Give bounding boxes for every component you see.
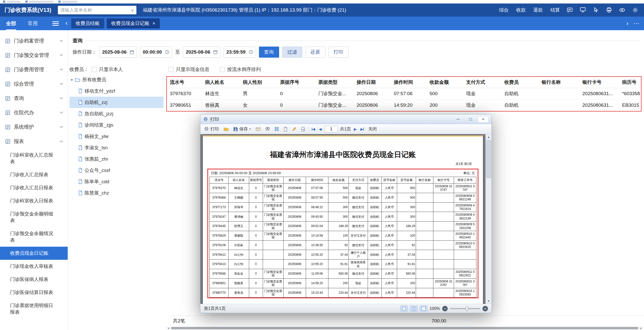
page-width-view-icon[interactable] — [420, 306, 427, 312]
reset-button[interactable]: 还原 — [305, 47, 325, 58]
open-button[interactable] — [222, 126, 230, 132]
sidebar-group[interactable]: 门诊档案管理 — [0, 34, 68, 48]
quick-menu-item[interactable]: 退款 — [533, 7, 543, 13]
grid-view-button[interactable] — [273, 126, 280, 132]
quick-menu-item[interactable]: 收款 — [516, 7, 526, 13]
first-page-button[interactable]: ◀ — [311, 127, 316, 131]
quick-menu-item[interactable]: 结算 — [550, 7, 560, 13]
quick-menu-item[interactable]: 综合 — [499, 7, 509, 13]
sidebar-item-report[interactable]: 门诊收入汇总日报表 — [0, 181, 68, 194]
column-header[interactable]: 收款金额 — [427, 77, 463, 88]
vertical-scrollbar[interactable]: ▲ ▼ — [485, 134, 491, 304]
only-self-checkbox-item[interactable]: 只显示本人 — [92, 66, 123, 73]
email-button[interactable] — [254, 127, 262, 132]
last-page-button[interactable]: ▶ — [360, 127, 365, 131]
scroll-down-icon[interactable]: ▼ — [486, 298, 491, 304]
mdi-tab[interactable] — [58, 1, 77, 3]
monitor-icon[interactable] — [580, 7, 586, 13]
chevron-down-icon[interactable]: ▾ — [249, 127, 251, 131]
sidebar-group[interactable]: 系统维护 — [0, 120, 68, 134]
zoom-out-icon[interactable]: − — [442, 306, 448, 311]
zoom-slider-thumb[interactable] — [466, 307, 468, 311]
tree-item-cashier[interactable]: 杨丽文_ylw — [69, 131, 164, 142]
tree-item-cashier[interactable]: 陈单单_cdd — [69, 176, 164, 187]
sidebar-group[interactable]: 门诊费用管理 — [0, 62, 68, 77]
tab-scroll-left-icon[interactable]: ‹ — [64, 19, 71, 28]
print-button[interactable]: 打印 — [328, 47, 349, 58]
find-button[interactable] — [264, 126, 271, 132]
next-page-button[interactable]: ▶ — [353, 127, 358, 131]
scroll-left-icon[interactable]: ◂ — [166, 326, 170, 330]
sidebar-filter-tab[interactable]: 全部 — [6, 17, 16, 30]
time-from-input[interactable]: 00:00:00 — [140, 47, 172, 58]
caret-down-icon[interactable]: ▾ — [71, 78, 73, 82]
close-icon[interactable]: × — [153, 21, 155, 26]
sidebar-group[interactable]: 查询 — [0, 91, 68, 105]
checkbox[interactable] — [169, 67, 174, 72]
cursor-icon[interactable] — [593, 7, 599, 13]
menu-search-box[interactable]: ∨ — [58, 6, 136, 14]
gear-icon[interactable] — [632, 7, 638, 13]
chevron-down-icon[interactable]: ∨ — [131, 8, 134, 13]
column-header[interactable]: 票据序号 — [277, 77, 315, 88]
table-row[interactable]: 37980651曾丽真女0门诊预交金...2025080614:59:20200… — [167, 99, 641, 111]
sidebar-item-report[interactable]: 门诊收入汇总报表 — [0, 168, 68, 181]
open-tab[interactable]: 收费员现金日记账 × — [107, 18, 160, 28]
tree-item-cashier[interactable]: 张惠茹_zhr — [69, 153, 164, 165]
menu-collapse-icon[interactable] — [52, 21, 59, 26]
menu-search-input[interactable] — [60, 8, 129, 13]
column-header[interactable]: 操作时间 — [391, 77, 427, 88]
tree-item-cashier[interactable]: 诊间结算_zjjs — [69, 119, 164, 131]
sidebar-item-report[interactable]: 门诊科室收入汇总报表 — [0, 149, 68, 168]
mdi-tab[interactable] — [3, 1, 20, 3]
edit-button[interactable] — [291, 126, 298, 132]
scrollbar-thumb[interactable] — [171, 327, 638, 329]
more-tabs-icon[interactable]: ⋯ — [633, 20, 639, 27]
scrollbar-thumb[interactable] — [486, 140, 491, 178]
tree-root[interactable]: ▾ 所有收费员 — [69, 74, 164, 85]
search-button[interactable]: 查询 — [259, 47, 279, 58]
mdi-tab[interactable] — [25, 1, 53, 3]
close-icon[interactable]: × — [478, 116, 488, 123]
time-to-input[interactable]: 23:59:59 — [223, 47, 256, 58]
page-number-input[interactable] — [325, 126, 338, 132]
save-button[interactable]: 保存 ▾ — [232, 125, 252, 133]
column-header[interactable]: 流水号 — [167, 77, 202, 88]
maximize-icon[interactable]: □ — [465, 116, 476, 123]
horizontal-scrollbar[interactable]: ◂ ▸ — [166, 326, 643, 330]
sidebar-group[interactable]: 住院代办 — [0, 105, 68, 120]
tree-item-cashier[interactable]: 李淑女_lsn — [69, 142, 164, 153]
sidebar-item-report[interactable]: 门诊预交金余额明细表 — [0, 207, 68, 227]
column-header[interactable]: 病历号 — [619, 77, 641, 88]
tab-scroll-right-icon[interactable]: › — [626, 20, 628, 27]
sidebar-group[interactable]: 门诊预交金管理 — [0, 48, 68, 62]
date-from-input[interactable]: 2025-08-06 — [99, 47, 137, 58]
sidebar-item-report[interactable]: 门诊现金收入审核表 — [0, 260, 68, 273]
tree-item-cashier[interactable]: 公众号_cssf — [69, 165, 164, 176]
filter-button[interactable]: 过滤 — [282, 47, 302, 58]
multi-page-view-icon[interactable] — [410, 306, 418, 312]
sidebar-filter-tab[interactable]: 常用 — [28, 17, 38, 30]
tree-item-cashier[interactable]: 陈慧展_chz — [69, 187, 164, 199]
table-row[interactable]: 37976370林连生男0门诊预交金...2025080607:57:06500… — [167, 88, 641, 99]
single-page-view-icon[interactable] — [400, 306, 408, 312]
checkbox[interactable] — [220, 67, 225, 72]
export-button[interactable] — [300, 126, 306, 132]
zoom-slider[interactable] — [450, 308, 480, 309]
desc-order-checkbox-item[interactable]: 按流水倒序排列 — [220, 66, 261, 73]
open-tab[interactable]: 收费员结账 × — [71, 18, 104, 28]
column-header[interactable]: 支付方式 — [463, 77, 501, 88]
zoom-in-icon[interactable]: + — [482, 306, 488, 311]
tree-item-cashier[interactable]: 移动支付_ydzf — [69, 85, 164, 97]
message-icon[interactable] — [566, 7, 573, 13]
tree-item-cashier[interactable]: 自助机_zzj — [69, 97, 164, 108]
sidebar-item-report[interactable]: 门诊票据使用明细日报表 — [0, 299, 68, 319]
only-cash-checkbox-item[interactable]: 只显示现金信息 — [169, 66, 209, 73]
date-to-input[interactable]: 2025-08-06 — [183, 47, 220, 58]
dialog-titlebar[interactable]: 打印 ─ □ × — [200, 115, 491, 124]
page-setup-button[interactable] — [282, 126, 289, 132]
scroll-right-icon[interactable]: ▸ — [639, 326, 643, 330]
sidebar-item-report[interactable]: 门诊科室收入日报表 — [0, 194, 68, 207]
print-button[interactable]: 打印 — [203, 125, 220, 133]
sidebar-item-report[interactable]: 收费员现金日记账 — [0, 247, 68, 260]
